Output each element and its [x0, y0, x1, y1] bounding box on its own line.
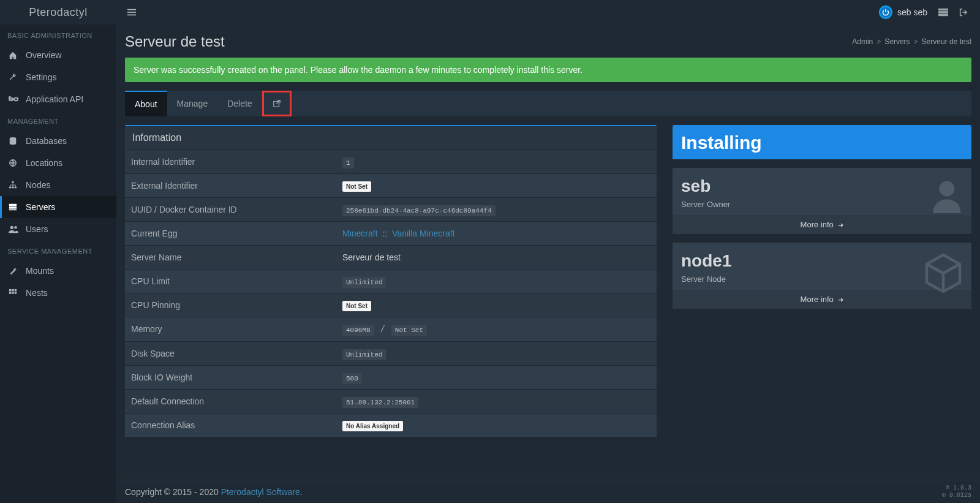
wrench-icon — [9, 73, 18, 81]
egg-egg-link[interactable]: Vanilla Minecraft — [392, 229, 454, 238]
row-memory: Memory 4096MB / Not Set — [125, 317, 657, 341]
database-icon — [9, 137, 18, 145]
sitemap-icon — [9, 181, 18, 189]
sidebar-item-label: Users — [26, 224, 48, 234]
io-value: 500 — [342, 373, 362, 384]
magic-icon — [9, 267, 18, 275]
external-id-badge: Not Set — [342, 181, 371, 192]
status-card: Installing — [673, 125, 971, 159]
sidebar-item-overview[interactable]: Overview — [0, 44, 116, 66]
tab-about[interactable]: About — [125, 91, 167, 116]
svg-rect-20 — [12, 289, 14, 292]
svg-rect-4 — [938, 11, 948, 13]
row-alias: Connection Alias No Alias Assigned — [125, 413, 657, 437]
software-link[interactable]: Pterodactyl Software — [221, 487, 300, 497]
svg-point-18 — [14, 226, 17, 229]
logo[interactable]: Pterodactyl — [0, 0, 116, 25]
sidebar-item-locations[interactable]: Locations — [0, 152, 116, 174]
sidebar-item-label: Servers — [26, 202, 55, 212]
svg-rect-19 — [9, 289, 12, 292]
sidebar-section-service: SERVICE MANAGEMENT — [0, 240, 116, 260]
tab-delete[interactable]: Delete — [217, 91, 262, 116]
svg-rect-3 — [938, 9, 948, 11]
svg-rect-1 — [127, 12, 136, 13]
user-name: seb seb — [897, 7, 927, 17]
sidebar-item-mounts[interactable]: Mounts — [0, 260, 116, 282]
svg-rect-16 — [9, 210, 17, 211]
sidebar-toggle[interactable] — [124, 8, 140, 17]
home-icon — [9, 51, 18, 59]
alias-badge: No Alias Assigned — [342, 421, 403, 431]
copyright: Copyright © 2015 - 2020 Pterodactyl Soft… — [125, 487, 303, 497]
node-card: node1 Server Node More info ➜ — [673, 243, 971, 309]
tab-manage[interactable]: Manage — [167, 91, 218, 116]
bars-icon — [127, 8, 136, 17]
svg-rect-24 — [15, 292, 17, 294]
svg-rect-13 — [15, 187, 17, 189]
sidebar-item-nests[interactable]: Nests — [0, 282, 116, 304]
row-external-id: External Identifier Not Set — [125, 173, 657, 197]
sidebar-item-label: Locations — [26, 158, 62, 168]
svg-rect-21 — [15, 289, 17, 292]
svg-rect-0 — [127, 9, 136, 10]
sidebar-item-label: Settings — [26, 72, 57, 82]
chevron-right-icon: ➜ — [838, 296, 843, 303]
sidebar-item-users[interactable]: Users — [0, 218, 116, 240]
version-label: ℗ 1.0.3 — [942, 485, 971, 492]
server-view-icon[interactable] — [938, 8, 948, 17]
svg-rect-2 — [127, 15, 136, 16]
status-value: Installing — [673, 126, 971, 159]
sidebar: BASIC ADMINISTRATION Overview Settings A… — [0, 25, 116, 503]
owner-name: seb — [681, 176, 963, 196]
svg-rect-12 — [12, 187, 14, 189]
sidebar-item-servers[interactable]: Servers — [0, 196, 116, 218]
sidebar-item-label: Overview — [26, 50, 61, 60]
disk-value: Unlimited — [342, 349, 386, 360]
page-title: Serveur de test — [125, 33, 225, 50]
sidebar-item-label: Databases — [26, 136, 67, 146]
sign-out-icon[interactable] — [959, 8, 968, 17]
egg-nest-link[interactable]: Minecraft — [342, 229, 378, 238]
row-cpu-pinning: CPU Pinning Not Set — [125, 293, 657, 317]
breadcrumb-current: Serveur de test — [922, 37, 971, 46]
sidebar-item-label: Nodes — [26, 180, 50, 190]
svg-point-17 — [10, 226, 13, 229]
svg-rect-14 — [9, 204, 17, 206]
row-egg: Current Egg Minecraft :: Vanilla Minecra… — [125, 221, 657, 245]
row-connection: Default Connection 51.89.132.2:25001 — [125, 389, 657, 413]
svg-rect-15 — [9, 206, 17, 209]
svg-rect-11 — [9, 187, 12, 189]
tab-external-link[interactable] — [262, 91, 292, 116]
svg-rect-22 — [9, 292, 12, 294]
link-icon — [9, 96, 18, 102]
th-icon — [9, 289, 18, 297]
info-box: Information Internal Identifier 1 Extern… — [125, 125, 657, 437]
external-link-icon — [273, 99, 281, 108]
svg-point-26 — [940, 181, 955, 197]
server-name-value: Serveur de test — [336, 246, 657, 269]
cpu-limit-value: Unlimited — [342, 277, 386, 288]
row-disk: Disk Space Unlimited — [125, 341, 657, 365]
breadcrumb-admin[interactable]: Admin — [852, 37, 873, 46]
sidebar-section-basic: BASIC ADMINISTRATION — [0, 25, 116, 44]
sidebar-item-databases[interactable]: Databases — [0, 130, 116, 152]
chevron-right-icon: ➜ — [838, 221, 843, 229]
cpu-pinning-badge: Not Set — [342, 301, 371, 311]
uuid-value: 258e61bd-db24-4ac8-a97c-c46dc89a44f4 — [342, 205, 496, 216]
sidebar-item-label: Application API — [26, 94, 83, 104]
svg-rect-10 — [12, 181, 14, 183]
users-icon — [9, 225, 18, 233]
sidebar-item-settings[interactable]: Settings — [0, 66, 116, 88]
user-icon — [929, 176, 965, 213]
sidebar-item-nodes[interactable]: Nodes — [0, 174, 116, 196]
owner-more-info-link[interactable]: More info ➜ — [673, 215, 971, 234]
tab-bar: About Manage Delete — [125, 91, 971, 116]
row-internal-id: Internal Identifier 1 — [125, 149, 657, 173]
breadcrumb-servers[interactable]: Servers — [884, 37, 910, 46]
row-io: Block IO Weight 500 — [125, 365, 657, 389]
node-name: node1 — [681, 251, 963, 271]
server-icon — [9, 203, 18, 211]
user-menu[interactable]: seb seb — [879, 6, 927, 19]
sidebar-item-api[interactable]: Application API — [0, 88, 116, 110]
svg-rect-23 — [12, 292, 14, 294]
